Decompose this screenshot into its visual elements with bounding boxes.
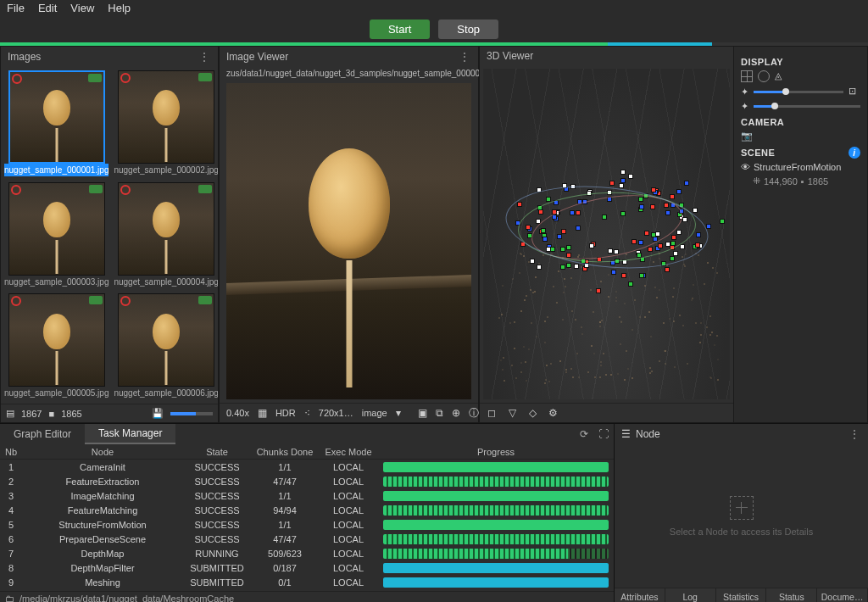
points-icon[interactable]: ⁖ <box>304 406 310 420</box>
menu-edit[interactable]: Edit <box>38 2 57 14</box>
display-sparkle-icon[interactable]: ✦ <box>741 86 748 98</box>
status-badge-icon <box>198 73 212 81</box>
thumb-label: nugget_sample_000003.jpg <box>4 276 108 288</box>
camera-scale-slider[interactable] <box>754 105 860 108</box>
zoom-level[interactable]: 0.40x <box>226 408 249 418</box>
save-icon[interactable]: 💾 <box>152 408 164 419</box>
thumb-5[interactable]: nugget_sample_000005.jpg <box>4 293 108 400</box>
thumb-3[interactable]: nugget_sample_000003.jpg <box>4 182 108 289</box>
3d-title: 3D Viewer <box>487 50 533 62</box>
task-progress-bar <box>383 549 609 559</box>
grid-icon[interactable]: ▦ <box>258 406 267 420</box>
task-progress-bar <box>383 534 609 544</box>
bbox-icon[interactable]: ◻ <box>485 406 498 420</box>
task-row[interactable]: 5 StructureFromMotion SUCCESS 1/1 LOCAL <box>0 517 614 532</box>
thumb-size-slider[interactable] <box>170 412 213 415</box>
node-tab-docume[interactable]: Docume… <box>817 588 868 602</box>
images-menu-icon[interactable]: ⋮ <box>198 50 211 64</box>
camera-sync-icon[interactable]: 📷 <box>741 131 753 142</box>
hdr-toggle[interactable]: HDR <box>275 408 296 418</box>
dropdown-icon[interactable]: ▾ <box>396 406 401 420</box>
node-tab-statistics[interactable]: Statistics <box>716 588 767 602</box>
display-gizmo-icon[interactable] <box>758 70 770 82</box>
photo-count: 1867 <box>21 409 42 419</box>
task-progress-bar <box>383 520 609 530</box>
3d-viewer-panel: 3D Viewer ◻ ▽ ◇ ⚙ DISPLAY ◬ ✦ ⊡ <box>479 46 868 423</box>
stop-button[interactable]: Stop <box>438 20 498 39</box>
axis-icon[interactable]: ▽ <box>505 406 519 420</box>
point-size-slider[interactable] <box>754 91 843 93</box>
start-button[interactable]: Start <box>370 20 430 39</box>
menu-file[interactable]: File <box>7 2 25 14</box>
task-row[interactable]: 6 PrepareDenseScene SUCCESS 47/47 LOCAL <box>0 532 614 546</box>
task-row[interactable]: 9 Meshing SUBMITTED 0/1 LOCAL <box>0 575 614 589</box>
task-row[interactable]: 8 DepthMapFilter SUBMITTED 0/187 LOCAL <box>0 560 614 575</box>
points-count: 144,960 <box>764 176 798 187</box>
task-chunks: 1/1 <box>251 462 319 472</box>
status-badge-icon <box>89 296 103 304</box>
task-chunks: 94/94 <box>251 505 319 516</box>
task-state: SUCCESS <box>183 520 251 530</box>
task-exec: LOCAL <box>319 505 378 516</box>
refresh-icon[interactable]: ⟳ <box>575 428 593 440</box>
scene-node-name[interactable]: StructureFromMotion <box>754 162 841 172</box>
node-tab-status[interactable]: Status <box>766 588 817 602</box>
viewer-menu-icon[interactable]: ⋮ <box>459 50 471 64</box>
thumb-6[interactable]: nugget_sample_000006.jpg <box>114 293 218 400</box>
viewer-toolbar: 0.40x ▦ HDR ⁖ 720x1… image ▾ ▣ ⧉ ⊕ ⓘ <box>220 403 478 422</box>
node-title: Node <box>636 428 660 440</box>
col-nb: Nb <box>0 447 22 457</box>
node-tab-attributes[interactable]: Attributes <box>615 588 665 602</box>
mode-select[interactable]: image <box>362 408 387 418</box>
reconstruct-badge-icon <box>11 185 21 195</box>
task-state: SUBMITTED <box>183 563 251 573</box>
shading-icon[interactable]: ◇ <box>526 406 539 420</box>
node-placeholder-icon <box>730 496 754 520</box>
task-progress-bar <box>383 505 609 516</box>
task-chunks: 47/47 <box>251 534 319 544</box>
task-chunks: 509/623 <box>251 549 319 559</box>
task-node: FeatureMatching <box>22 505 183 516</box>
thumb-label: nugget_sample_000002.jpg <box>114 164 218 176</box>
thumb-1[interactable]: nugget_sample_000001.jpg <box>4 70 108 177</box>
menu-view[interactable]: View <box>70 2 94 14</box>
thumb-4[interactable]: nugget_sample_000004.jpg <box>114 182 218 289</box>
info-icon[interactable]: ⓘ <box>469 406 479 420</box>
gear-icon[interactable]: ⚙ <box>546 406 559 420</box>
menu-help[interactable]: Help <box>108 2 131 14</box>
task-nb: 9 <box>0 577 22 588</box>
camera-heading: CAMERA <box>741 117 860 127</box>
fit-graph-icon[interactable]: ⛶ <box>593 428 614 440</box>
scene-info-icon[interactable]: i <box>849 147 860 159</box>
node-menu-icon[interactable]: ⋮ <box>849 427 861 441</box>
task-chunks: 1/1 <box>251 491 319 501</box>
display-camera-scale-icon[interactable]: ✦ <box>741 101 748 112</box>
thumb-label: nugget_sample_000001.jpg <box>4 164 108 176</box>
task-state: SUCCESS <box>183 462 251 472</box>
reset-icon[interactable]: ⊡ <box>849 86 860 98</box>
display-locator-icon[interactable]: ◬ <box>775 70 787 82</box>
task-row[interactable]: 7 DepthMap RUNNING 509/623 LOCAL <box>0 546 614 560</box>
task-row[interactable]: 3 ImageMatching SUCCESS 1/1 LOCAL <box>0 488 614 503</box>
histogram-icon[interactable]: ⧉ <box>436 406 443 420</box>
task-row[interactable]: 1 CameraInit SUCCESS 1/1 LOCAL <box>0 460 614 474</box>
display-grid-icon[interactable] <box>741 70 753 82</box>
images-footer: ▤ 1867 ■ 1865 💾 <box>1 404 218 422</box>
task-row[interactable]: 4 FeatureMatching SUCCESS 94/94 LOCAL <box>0 503 614 517</box>
visibility-icon[interactable]: 👁 <box>741 162 750 172</box>
status-badge-icon <box>89 185 103 193</box>
folder-icon[interactable]: 🗀 <box>5 594 14 602</box>
task-state: SUCCESS <box>183 505 251 516</box>
node-tab-log[interactable]: Log <box>665 588 716 602</box>
tab-task-manager[interactable]: Task Manager <box>85 424 175 444</box>
3d-canvas[interactable] <box>483 69 730 399</box>
fit-icon[interactable]: ▣ <box>418 406 427 420</box>
viewer-canvas[interactable] <box>226 83 471 399</box>
reconstruct-badge-icon <box>120 73 131 83</box>
thumb-2[interactable]: nugget_sample_000002.jpg <box>114 70 218 177</box>
task-row[interactable]: 2 FeatureExtraction SUCCESS 47/47 LOCAL <box>0 474 614 488</box>
tab-graph-editor[interactable]: Graph Editor <box>0 425 85 443</box>
globe-icon[interactable]: ⊕ <box>452 406 460 420</box>
task-exec: LOCAL <box>319 520 378 530</box>
node-panel: ☰ Node ⋮ Select a Node to access its Det… <box>614 424 868 602</box>
